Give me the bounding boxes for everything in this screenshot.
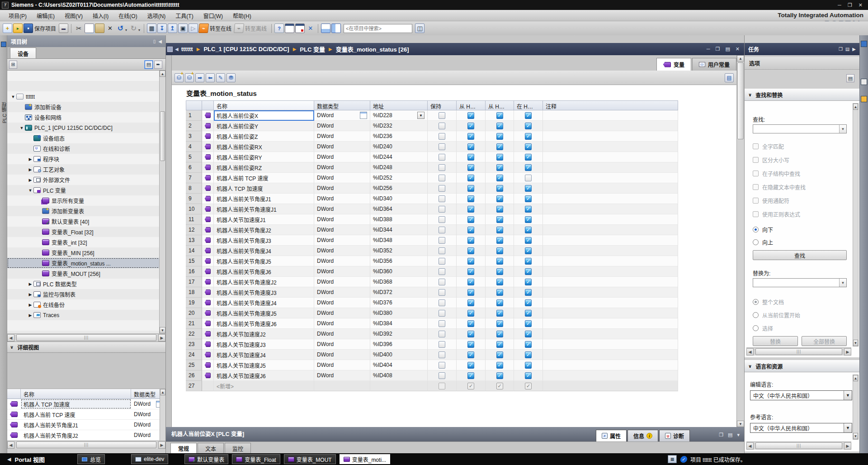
tab-general[interactable]: 常规: [170, 443, 197, 453]
comment-cell[interactable]: [543, 246, 678, 256]
checkbox-icon[interactable]: [439, 258, 445, 265]
tag-address-cell[interactable]: %ID228▼: [370, 110, 428, 121]
checkbox-icon[interactable]: [496, 195, 503, 202]
checkbox-icon[interactable]: [467, 351, 474, 358]
checkbox-icon[interactable]: [439, 289, 445, 296]
checkbox-icon[interactable]: [439, 123, 445, 129]
paste-icon[interactable]: [95, 24, 104, 33]
search-binoculars-icon[interactable]: [415, 24, 425, 33]
direction-up-radio[interactable]: 向上: [753, 238, 773, 246]
tag-type-cell[interactable]: DWord: [314, 318, 370, 329]
scroll-right-icon[interactable]: ▶: [158, 441, 165, 449]
checkbox-icon[interactable]: [467, 227, 474, 233]
checkbox-icon[interactable]: [467, 112, 474, 119]
retain-checkbox-cell[interactable]: [428, 308, 457, 318]
in-hmi-checkbox-cell[interactable]: [514, 110, 543, 121]
tag-type-cell[interactable]: DWord: [314, 121, 370, 131]
from-hmi2-checkbox-cell[interactable]: [486, 121, 514, 131]
tree-item[interactable]: 默认变量表 [40]: [7, 216, 165, 227]
expander-icon[interactable]: ▶: [27, 167, 33, 172]
panel-collapse-strip[interactable]: [166, 55, 172, 427]
expander-icon[interactable]: ▶: [27, 157, 33, 161]
checkbox-icon[interactable]: [439, 154, 445, 161]
tree-item[interactable]: 添加新设备: [7, 102, 165, 112]
checkbox-icon[interactable]: [525, 175, 532, 181]
tag-address-cell[interactable]: %ID376: [370, 298, 428, 308]
detail-vertical-scrollbar[interactable]: ▲: [160, 389, 165, 441]
in-hmi-checkbox-cell[interactable]: [514, 246, 543, 256]
tag-address-cell[interactable]: %ID344: [370, 225, 428, 235]
language-horizontal-scrollbar[interactable]: ◀ ||| ▶: [746, 441, 851, 450]
from-hmi2-checkbox-cell[interactable]: [486, 225, 514, 235]
open-project-icon[interactable]: [13, 24, 23, 33]
retain-checkbox-cell[interactable]: [428, 318, 457, 329]
tag-address-cell[interactable]: %ID352: [370, 246, 428, 256]
retain-checkbox-cell[interactable]: [428, 194, 457, 204]
dropdown-icon[interactable]: ▼: [839, 125, 846, 133]
scroll-down-icon[interactable]: ▼: [853, 433, 858, 439]
retain-checkbox-cell[interactable]: [428, 204, 457, 214]
from-hmi2-checkbox-cell[interactable]: [486, 329, 514, 339]
from-hmi-checkbox-cell[interactable]: [457, 204, 486, 214]
new-tag-row[interactable]: 27 <新增>: [186, 381, 678, 391]
checkbox-icon[interactable]: [467, 268, 474, 275]
checkbox-icon[interactable]: [496, 154, 503, 161]
tasks-collapse-icon[interactable]: ▶: [852, 47, 856, 52]
find-option-checkbox[interactable]: 在隐藏文本中查找: [753, 183, 806, 191]
language-vertical-scrollbar[interactable]: ▲ ▼: [853, 375, 859, 440]
from-hmi-checkbox-cell[interactable]: [457, 152, 486, 162]
tag-address-cell[interactable]: %ID356: [370, 256, 428, 266]
comment-cell[interactable]: [543, 360, 678, 370]
scroll-up-icon[interactable]: ▲: [737, 55, 744, 62]
add-row-icon[interactable]: ⛁: [185, 73, 194, 82]
tag-name-cell[interactable]: 机器人当前关节角速度J4: [214, 298, 314, 308]
scroll-left-icon[interactable]: ◀: [746, 348, 754, 356]
scroll-right-icon[interactable]: ▶: [158, 334, 165, 342]
in-hmi-checkbox-cell[interactable]: [514, 225, 543, 235]
retain-checkbox-cell[interactable]: [428, 183, 457, 194]
tasks-menu-icon[interactable]: ▤: [845, 47, 849, 52]
checkbox-icon[interactable]: [525, 268, 532, 275]
checkbox-icon[interactable]: [525, 341, 532, 348]
checkbox-icon[interactable]: [439, 237, 445, 244]
menu-item-0[interactable]: 项目(P): [4, 10, 32, 21]
retain-checkbox-cell[interactable]: [428, 235, 457, 246]
tag-name-cell[interactable]: 机器人 TCP 加速度: [214, 183, 314, 194]
detail-view-header[interactable]: ∨ 详细视图: [7, 342, 165, 353]
in-hmi-checkbox-cell[interactable]: [514, 360, 543, 370]
find-option-checkbox[interactable]: 使用通配符: [753, 197, 789, 204]
comment-cell[interactable]: [543, 298, 678, 308]
tag-address-cell[interactable]: %ID248: [370, 162, 428, 173]
tag-type-cell[interactable]: DWord: [314, 287, 370, 298]
tag-type-cell[interactable]: DWord: [314, 194, 370, 204]
checkbox-icon[interactable]: [467, 143, 474, 150]
tag-type-cell[interactable]: DWord: [314, 266, 370, 277]
from-hmi-checkbox-cell[interactable]: [457, 266, 486, 277]
tab-diagnostics[interactable]: ʊ诊断: [659, 430, 690, 441]
tree-item[interactable]: ▶ 程序块: [7, 154, 165, 164]
checkbox-icon[interactable]: [525, 289, 532, 296]
scroll-down-icon[interactable]: ▼: [160, 327, 165, 333]
tag-address-cell[interactable]: %ID256: [370, 183, 428, 194]
checkbox-icon[interactable]: [525, 227, 532, 233]
diagnostics-icon[interactable]: [274, 24, 284, 33]
from-hmi2-checkbox-cell[interactable]: [486, 204, 514, 214]
tree-horizontal-scrollbar[interactable]: ◀ ||| ▶: [7, 333, 165, 342]
compile-icon[interactable]: [147, 24, 156, 33]
tree-item[interactable]: 变量表_Float [32]: [7, 227, 165, 237]
from-hmi-checkbox-cell[interactable]: [457, 173, 486, 183]
direction-down-radio[interactable]: 向下: [753, 226, 773, 233]
breadcrumb-plc-tags[interactable]: PLC 变量: [300, 45, 325, 53]
tree-vertical-scrollbar[interactable]: ▲ ▼: [159, 71, 165, 333]
checkbox-icon[interactable]: [496, 351, 503, 358]
checkbox-icon[interactable]: [439, 362, 445, 369]
address-dropdown-icon[interactable]: ▼: [417, 112, 425, 119]
checkbox-icon[interactable]: [496, 320, 503, 327]
checkbox-icon[interactable]: [467, 331, 474, 337]
checkbox-icon[interactable]: [496, 310, 503, 317]
breadcrumb-plc[interactable]: PLC_1 [CPU 1215C DC/DC/DC]: [203, 46, 289, 52]
comment-cell[interactable]: [543, 183, 678, 194]
language-section-header[interactable]: ∨ 语言和资源: [745, 360, 859, 372]
tag-name-cell[interactable]: 机器人关节加速度J3: [214, 339, 314, 350]
tag-name-cell[interactable]: 机器人当前关节角度J5: [214, 256, 314, 266]
